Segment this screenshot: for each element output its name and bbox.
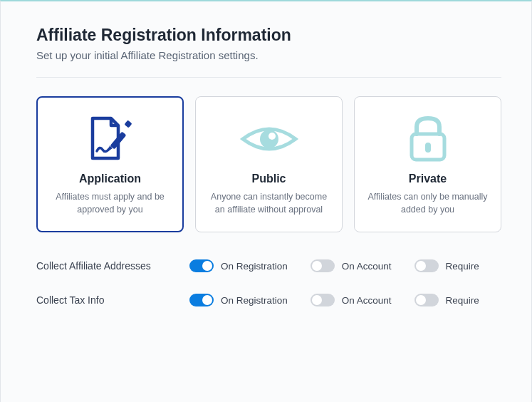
svg-point-2 bbox=[260, 130, 278, 148]
mode-cards: Application Affiliates must apply and be… bbox=[36, 96, 501, 232]
svg-rect-5 bbox=[425, 143, 431, 153]
svg-rect-1 bbox=[124, 120, 132, 128]
toggle-switch[interactable] bbox=[189, 259, 214, 272]
toggle-label: On Account bbox=[342, 295, 392, 306]
toggle-label: On Registration bbox=[221, 295, 288, 306]
mode-card-desc: Anyone can instantly become an affiliate… bbox=[206, 191, 332, 216]
toggle-group: On Registration On Account Require bbox=[189, 294, 479, 306]
mode-card-public[interactable]: Public Anyone can instantly become an af… bbox=[195, 96, 343, 232]
toggle-switch[interactable] bbox=[414, 259, 439, 272]
setting-collect-addresses: Collect Affiliate Addresses On Registrat… bbox=[36, 259, 501, 272]
mode-card-title: Public bbox=[206, 172, 332, 185]
toggle-label: On Registration bbox=[221, 261, 288, 272]
toggle-switch[interactable] bbox=[414, 294, 439, 306]
setting-collect-tax-info: Collect Tax Info On Registration On Acco… bbox=[36, 294, 501, 306]
toggle-label: On Account bbox=[342, 261, 392, 272]
toggle-item-on-account: On Account bbox=[311, 294, 392, 306]
toggle-switch[interactable] bbox=[311, 259, 335, 272]
toggle-label: Require bbox=[446, 295, 479, 306]
page-title: Affiliate Registration Information bbox=[36, 26, 501, 45]
toggle-switch[interactable] bbox=[311, 294, 335, 306]
page-subtitle: Set up your initial Affiliate Registrati… bbox=[36, 49, 501, 61]
mode-card-desc: Affiliates must apply and be approved by… bbox=[47, 191, 173, 216]
toggle-item-require: Require bbox=[414, 259, 479, 272]
svg-point-3 bbox=[268, 133, 276, 140]
toggle-item-on-account: On Account bbox=[311, 259, 392, 272]
public-eye-icon bbox=[206, 110, 332, 168]
toggle-item-require: Require bbox=[414, 294, 479, 306]
toggle-item-on-registration: On Registration bbox=[189, 294, 288, 306]
toggle-item-on-registration: On Registration bbox=[189, 259, 288, 272]
mode-card-desc: Affiliates can only be manually added by… bbox=[365, 191, 491, 216]
setting-label: Collect Tax Info bbox=[36, 294, 189, 306]
toggle-group: On Registration On Account Require bbox=[189, 259, 479, 272]
divider bbox=[36, 77, 501, 78]
setting-label: Collect Affiliate Addresses bbox=[36, 260, 189, 272]
toggle-label: Require bbox=[446, 261, 479, 272]
toggle-switch[interactable] bbox=[189, 294, 214, 306]
application-document-icon bbox=[47, 110, 173, 168]
mode-card-private[interactable]: Private Affiliates can only be manually … bbox=[354, 96, 501, 232]
mode-card-title: Private bbox=[365, 172, 491, 185]
mode-card-application[interactable]: Application Affiliates must apply and be… bbox=[36, 96, 184, 232]
private-lock-icon bbox=[365, 110, 491, 168]
mode-card-title: Application bbox=[47, 172, 173, 185]
